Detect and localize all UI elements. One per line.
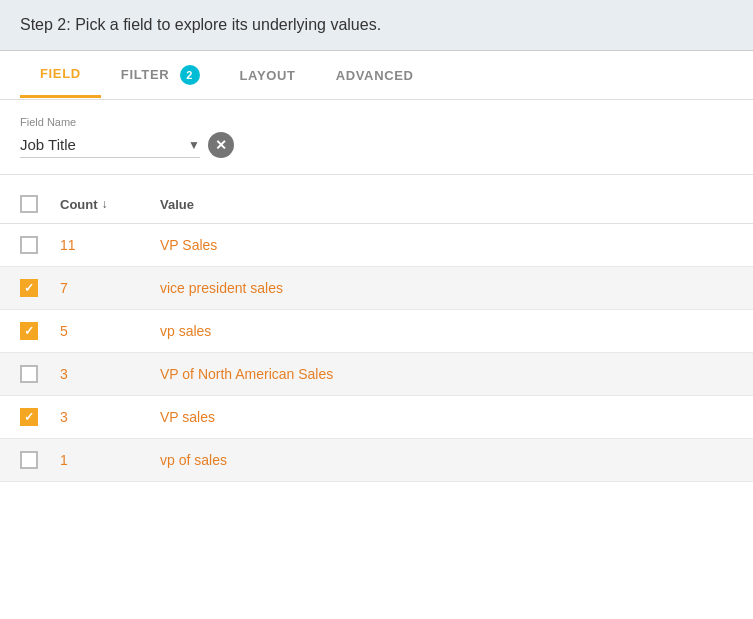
table-row: 3 VP sales <box>0 396 753 439</box>
data-section: Count ↓ Value 11 VP Sales 7 vice preside… <box>0 175 753 492</box>
sort-icon[interactable]: ↓ <box>102 197 108 211</box>
value-cell-4: VP of North American Sales <box>160 366 733 382</box>
field-name-label: Field Name <box>20 116 733 128</box>
value-cell-6: vp of sales <box>160 452 733 468</box>
tab-layout[interactable]: LAYOUT <box>220 54 316 97</box>
table-row: 11 VP Sales <box>0 224 753 267</box>
step-description: Step 2: Pick a field to explore its unde… <box>0 0 753 51</box>
count-cell-3: 5 <box>60 323 160 339</box>
value-cell-2: vice president sales <box>160 280 733 296</box>
value-cell-1: VP Sales <box>160 237 733 253</box>
select-all-checkbox[interactable] <box>20 195 38 213</box>
field-section: Field Name Job Title ▼ ✕ <box>0 100 753 175</box>
clear-field-button[interactable]: ✕ <box>208 132 234 158</box>
filter-badge: 2 <box>180 65 200 85</box>
tab-field[interactable]: FIELD <box>20 52 101 98</box>
count-cell-1: 11 <box>60 237 160 253</box>
value-cell-3: vp sales <box>160 323 733 339</box>
row-checkbox-6[interactable] <box>20 451 38 469</box>
count-column-header: Count ↓ <box>60 197 160 212</box>
row-checkbox-4[interactable] <box>20 365 38 383</box>
tabs-bar: FIELD FILTER 2 LAYOUT ADVANCED <box>0 51 753 100</box>
field-name-value: Job Title <box>20 136 184 153</box>
table-row: 7 vice president sales <box>0 267 753 310</box>
count-cell-4: 3 <box>60 366 160 382</box>
table-row: 1 vp of sales <box>0 439 753 482</box>
count-cell-2: 7 <box>60 280 160 296</box>
tab-filter[interactable]: FILTER 2 <box>101 51 220 99</box>
field-row: Job Title ▼ ✕ <box>20 132 733 158</box>
row-checkbox-5[interactable] <box>20 408 38 426</box>
table-header: Count ↓ Value <box>0 185 753 224</box>
table-row: 5 vp sales <box>0 310 753 353</box>
table-row: 3 VP of North American Sales <box>0 353 753 396</box>
row-checkbox-1[interactable] <box>20 236 38 254</box>
tab-advanced[interactable]: ADVANCED <box>316 54 434 97</box>
value-column-header: Value <box>160 196 733 212</box>
field-name-dropdown[interactable]: Job Title ▼ <box>20 132 200 158</box>
count-cell-5: 3 <box>60 409 160 425</box>
dropdown-arrow-icon: ▼ <box>188 138 200 152</box>
count-cell-6: 1 <box>60 452 160 468</box>
row-checkbox-3[interactable] <box>20 322 38 340</box>
row-checkbox-2[interactable] <box>20 279 38 297</box>
value-cell-5: VP sales <box>160 409 733 425</box>
